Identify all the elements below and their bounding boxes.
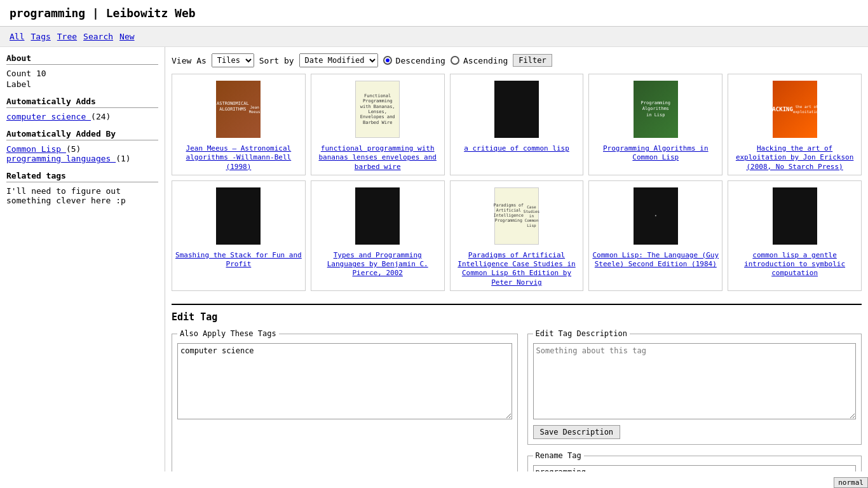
descending-radio-group: Descending [383,56,445,65]
also-apply-textarea[interactable]: computer science [177,343,512,419]
tile-4: ProgrammingAlgorithmsin Lisp Programming… [588,74,722,175]
edit-desc-fieldset: Edit Tag Description Save Description [527,329,862,445]
view-as-select[interactable]: Tiles List [212,53,254,67]
tile-10-link[interactable]: common lisp a gentle introduction to sym… [731,251,858,278]
tile-1-image: ASTRONOMICALALGORITHMSJean Meeus [175,78,302,141]
nav-search[interactable]: Search [83,32,113,41]
tile-9: • Common Lisp: The Language (Guy Steele)… [588,180,722,291]
main-layout: About Count 10 Label Automatically Adds … [0,47,868,471]
save-description-button[interactable]: Save Description [533,425,621,439]
label-info: Label [6,79,158,89]
tile-7-image [315,184,441,248]
edit-tag-section: Edit Tag Also Apply These Tags computer … [172,304,862,471]
tile-4-image: ProgrammingAlgorithmsin Lisp [592,78,719,141]
auto-add-computer-science[interactable]: computer science [6,112,91,121]
tile-8-link[interactable]: Paradigms of Artificial Intelligence Cas… [454,251,580,287]
book-cover-7 [355,187,400,245]
nav-all[interactable]: All [10,32,24,41]
book-cover-9: • [634,187,678,245]
auto-adds-list: computer science (24) [6,112,158,121]
book-cover-5: HACKINGthe art of exploitation [773,81,817,138]
about-title: About [6,53,158,65]
tile-8: Paradigms ofArtificial IntelligenceProgr… [450,180,584,291]
tile-3-link[interactable]: a critique of common lisp [454,144,580,153]
tiles-grid: ASTRONOMICALALGORITHMSJean Meeus Jean Me… [172,74,862,291]
tile-6-image [175,184,302,248]
book-cover-3 [494,81,539,138]
auto-added-programming-languages[interactable]: programming languages [6,154,116,163]
sidebar: About Count 10 Label Automatically Adds … [0,47,165,471]
sort-by-select[interactable]: Date Modified Title Author Date Added [299,53,378,67]
edit-desc-textarea[interactable] [533,343,857,419]
view-as-label: View As [172,56,207,65]
auto-added-by-list: Common Lisp (5) programming languages (1… [6,144,158,163]
ascending-radio-group: Ascending [451,56,508,65]
tile-3-image [454,78,580,141]
auto-added-common-lisp[interactable]: Common Lisp [6,144,66,154]
sort-by-label: Sort by [259,56,294,65]
tile-8-image: Paradigms ofArtificial IntelligenceProgr… [454,184,580,248]
tile-6: Smashing the Stack for Fun and Profit [172,180,306,291]
tile-5-link[interactable]: Hacking the art of exploitation by Jon E… [731,144,858,172]
controls-bar: View As Tiles List Sort by Date Modified… [172,53,862,67]
nav-new[interactable]: New [119,32,134,41]
tile-3: a critique of common lisp [450,74,584,175]
auto-add-count: (24) [91,112,111,121]
edit-desc-legend: Edit Tag Description [533,329,630,338]
also-apply-fieldset: Also Apply These Tags computer science [172,329,518,471]
rename-tag-fieldset: Rename Tag programming Rename [527,451,862,471]
tile-1-link[interactable]: Jean Meeus – Astronomical algorithms -Wi… [175,144,302,172]
nav-bar: All Tags Tree Search New [0,27,868,47]
book-cover-1: ASTRONOMICALALGORITHMSJean Meeus [216,81,261,138]
tile-7-link[interactable]: Types and Programming Languages by Benja… [315,251,441,278]
rename-tag-input[interactable]: programming [533,465,857,471]
descending-label: Descending [396,56,445,65]
nav-tags[interactable]: Tags [31,32,50,41]
related-tags-title: Related tags [6,171,158,182]
tile-2: Functional Programming with Bananas, Len… [311,74,445,175]
nav-tree[interactable]: Tree [57,32,77,41]
tile-2-image: Functional Programming with Bananas, Len… [315,78,441,141]
count-value: 10 [36,69,46,78]
tile-2-link[interactable]: functional programming with bananas lens… [315,144,441,172]
book-cover-2: Functional Programming with Bananas, Len… [355,81,400,138]
book-cover-10 [773,187,817,245]
auto-added-by-title: Automatically Added By [6,129,158,140]
tile-5-image: HACKINGthe art of exploitation [731,78,858,141]
tile-10: common lisp a gentle introduction to sym… [728,180,862,291]
content: View As Tiles List Sort by Date Modified… [165,47,868,471]
ascending-label: Ascending [463,56,508,65]
edit-tag-title: Edit Tag [172,311,862,323]
count-label: Count [6,69,31,78]
tile-7: Types and Programming Languages by Benja… [311,180,445,291]
tile-4-link[interactable]: Programming Algorithms in Common Lisp [592,144,719,163]
tile-1: ASTRONOMICALALGORITHMSJean Meeus Jean Me… [172,74,306,175]
auto-adds-title: Automatically Adds [6,97,158,108]
book-cover-8: Paradigms ofArtificial IntelligenceProgr… [494,187,539,245]
tile-6-link[interactable]: Smashing the Stack for Fun and Profit [175,251,302,269]
tile-9-image: • [592,184,719,248]
tile-5: HACKINGthe art of exploitation Hacking t… [728,74,862,175]
tile-9-link[interactable]: Common Lisp: The Language (Guy Steele) S… [592,251,719,269]
ascending-radio[interactable] [451,56,459,65]
tile-10-image [731,184,858,248]
edit-tag-forms: Also Apply These Tags computer science E… [172,329,862,471]
label-label: Label [6,79,31,89]
page-title: programming | Leibowitz Web [0,0,868,27]
book-cover-4: ProgrammingAlgorithmsin Lisp [634,81,678,138]
book-cover-6 [216,187,261,245]
filter-button[interactable]: Filter [513,54,552,67]
also-apply-legend: Also Apply These Tags [177,329,279,338]
count-info: Count 10 [6,69,158,78]
related-tags-text: I'll need to figure out something clever… [6,186,158,205]
descending-radio[interactable] [383,56,392,65]
rename-tag-legend: Rename Tag [533,451,584,460]
